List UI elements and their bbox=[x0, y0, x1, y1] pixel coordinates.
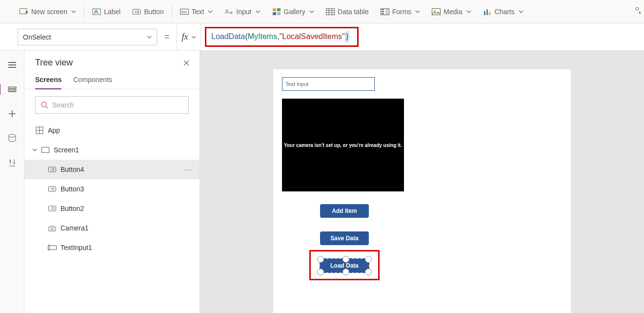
canvas-camera[interactable]: Your camera isn't set up, or you're alre… bbox=[282, 99, 404, 191]
tree-node-button2[interactable]: Button2 bbox=[24, 199, 200, 218]
search-icon bbox=[40, 101, 48, 109]
chevron-down-icon bbox=[191, 35, 196, 40]
new-screen-button[interactable]: New screen bbox=[14, 0, 82, 23]
chevron-down-icon bbox=[32, 147, 37, 152]
formula-token-fn: LoadData bbox=[211, 31, 245, 42]
properties-toggle-icon[interactable] bbox=[634, 7, 641, 16]
svg-rect-28 bbox=[49, 187, 56, 191]
property-dropdown[interactable]: OnSelect bbox=[18, 29, 157, 45]
search-input[interactable]: Search bbox=[35, 96, 189, 114]
tree-node-textinput1[interactable]: TextInput1 bbox=[24, 238, 200, 257]
tree-node-label: Button3 bbox=[60, 185, 84, 193]
chevron-down-icon bbox=[147, 35, 152, 40]
formula-token-arg1: MyItems bbox=[248, 31, 277, 42]
svg-rect-0 bbox=[20, 8, 27, 14]
chevron-down-icon bbox=[415, 9, 420, 14]
tree-node-screen1[interactable]: Screen1 bbox=[24, 140, 200, 160]
svg-rect-6 bbox=[273, 8, 276, 11]
button-icon bbox=[48, 185, 57, 193]
insert-icon[interactable] bbox=[7, 108, 18, 119]
fx-label: fx bbox=[182, 32, 188, 42]
ribbon-divider bbox=[172, 4, 172, 18]
svg-rect-17 bbox=[484, 11, 485, 15]
insert-button-text: Button bbox=[144, 8, 163, 16]
text-icon: Abc bbox=[180, 7, 189, 16]
tree-node-label: Camera1 bbox=[60, 224, 89, 232]
tab-components-label: Components bbox=[73, 76, 112, 83]
canvas-add-item-button[interactable]: Add Item bbox=[320, 204, 369, 218]
property-value: OnSelect bbox=[23, 33, 51, 41]
tree-node-button4[interactable]: Button4 ··· bbox=[24, 160, 200, 179]
insert-media-button[interactable]: Media bbox=[426, 0, 477, 23]
insert-datatable-button[interactable]: Data table bbox=[320, 0, 375, 23]
tab-components[interactable]: Components bbox=[73, 73, 112, 89]
insert-datatable-label: Data table bbox=[338, 8, 369, 16]
svg-point-21 bbox=[9, 134, 16, 137]
svg-point-24 bbox=[41, 102, 46, 107]
insert-forms-label: Forms bbox=[392, 8, 412, 16]
insert-gallery-label: Gallery bbox=[284, 8, 305, 16]
label-icon bbox=[92, 7, 101, 16]
tools-icon[interactable] bbox=[7, 157, 18, 168]
fx-button[interactable]: fx bbox=[177, 23, 201, 50]
tab-screens-label: Screens bbox=[35, 76, 61, 83]
hamburger-icon[interactable] bbox=[7, 60, 18, 70]
canvas-area[interactable]: Text input Your camera isn't set up, or … bbox=[200, 51, 644, 313]
save-data-label: Save Data bbox=[330, 235, 358, 242]
svg-text:Abc: Abc bbox=[181, 10, 187, 14]
chevron-down-icon bbox=[519, 9, 523, 14]
insert-button-button[interactable]: Button bbox=[126, 0, 169, 23]
insert-input-button[interactable]: Input bbox=[219, 0, 266, 23]
insert-input-label: Input bbox=[236, 8, 251, 16]
svg-rect-26 bbox=[42, 147, 49, 153]
data-icon[interactable] bbox=[7, 133, 18, 144]
formula-bar: OnSelect = fx LoadData( MyItems, "LocalS… bbox=[0, 23, 644, 51]
canvas-save-data-button[interactable]: Save Data bbox=[320, 231, 369, 245]
formula-input[interactable]: LoadData( MyItems, "LocalSavedItems" ) bbox=[205, 25, 632, 49]
insert-charts-button[interactable]: Charts bbox=[477, 0, 529, 23]
svg-rect-18 bbox=[486, 9, 488, 15]
tab-screens[interactable]: Screens bbox=[35, 73, 61, 89]
insert-gallery-button[interactable]: Gallery bbox=[266, 0, 320, 23]
tree-node-app[interactable]: App bbox=[24, 121, 200, 140]
charts-icon bbox=[483, 7, 492, 16]
left-rail bbox=[0, 51, 24, 313]
search-placeholder: Search bbox=[52, 101, 74, 109]
canvas-text-input[interactable]: Text input bbox=[282, 77, 375, 91]
svg-point-22 bbox=[9, 161, 11, 162]
screen-plus-icon bbox=[20, 7, 28, 16]
tree-view-panel: Tree view Screens Components Search App … bbox=[24, 51, 200, 313]
tree-view-title: Tree view bbox=[35, 58, 73, 68]
svg-point-20 bbox=[636, 7, 639, 10]
canvas-load-data-button[interactable]: Load Data bbox=[320, 259, 369, 272]
media-icon bbox=[432, 7, 441, 16]
tree-node-label: Screen1 bbox=[54, 146, 79, 154]
insert-text-button[interactable]: Abc Text bbox=[174, 0, 219, 23]
svg-rect-19 bbox=[489, 12, 490, 15]
more-icon[interactable]: ··· bbox=[184, 166, 193, 173]
svg-rect-8 bbox=[273, 12, 276, 15]
new-screen-label: New screen bbox=[31, 8, 67, 16]
tree-node-button3[interactable]: Button3 bbox=[24, 179, 200, 199]
tree-view-icon[interactable] bbox=[7, 84, 18, 95]
chevron-down-icon bbox=[309, 9, 314, 14]
tree-node-camera1[interactable]: Camera1 bbox=[24, 218, 200, 238]
tree-node-label: App bbox=[48, 126, 60, 134]
insert-forms-button[interactable]: Forms bbox=[375, 0, 426, 23]
insert-label-button[interactable]: Label bbox=[86, 0, 126, 23]
camera-message: Your camera isn't set up, or you're alre… bbox=[284, 143, 402, 148]
chevron-down-icon bbox=[208, 9, 213, 14]
svg-rect-2 bbox=[133, 9, 141, 14]
main-area: Tree view Screens Components Search App … bbox=[0, 51, 644, 313]
forms-icon bbox=[381, 7, 389, 16]
svg-rect-10 bbox=[326, 8, 334, 15]
equals-sign: = bbox=[161, 32, 173, 42]
text-input-placeholder: Text input bbox=[285, 81, 308, 87]
gallery-icon bbox=[272, 7, 281, 16]
svg-rect-12 bbox=[382, 9, 384, 10]
close-icon[interactable] bbox=[183, 60, 190, 66]
insert-text-label: Text bbox=[192, 8, 204, 16]
insert-label-text: Label bbox=[104, 8, 121, 16]
app-canvas[interactable]: Text input Your camera isn't set up, or … bbox=[273, 69, 571, 313]
chevron-down-icon bbox=[256, 9, 261, 14]
